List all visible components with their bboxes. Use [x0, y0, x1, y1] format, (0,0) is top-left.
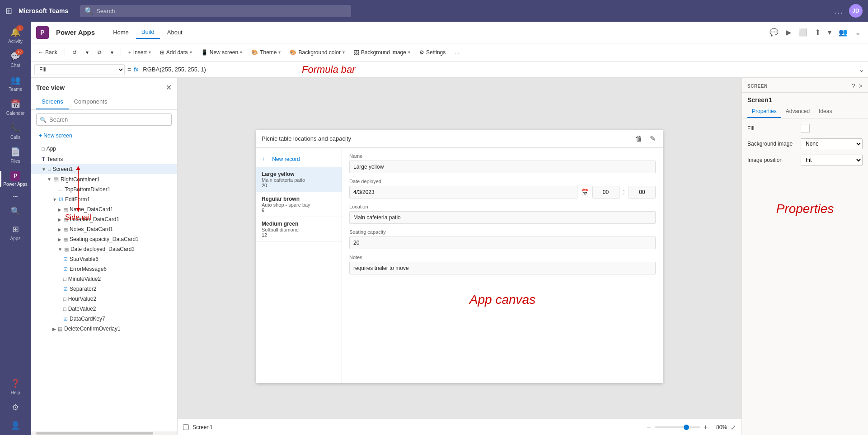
- tree-item-datacardkey[interactable]: ☑ DataCardKey7: [31, 314, 177, 324]
- tree-item-teams[interactable]: T Teams: [31, 154, 177, 164]
- teams-search-input[interactable]: [96, 8, 347, 14]
- new-screen-button[interactable]: 📱 New screen ▾: [197, 47, 246, 57]
- sidenav-item-search[interactable]: 🔍: [0, 203, 31, 221]
- canvas-list-item-0[interactable]: Large yellow Main cafeteria patio 20: [256, 167, 342, 192]
- sidenav-item-files[interactable]: 📄 Files: [0, 143, 31, 167]
- sidenav-item-help[interactable]: ❓ Help: [9, 375, 22, 399]
- tree-item-datevalue[interactable]: □ DateValue2: [31, 304, 177, 314]
- teams-search-box[interactable]: 🔍: [80, 5, 351, 17]
- tree-tab-components[interactable]: Components: [69, 95, 113, 109]
- new-record-button[interactable]: + + New record: [256, 151, 342, 167]
- expand-header-icon[interactable]: ⌄: [853, 26, 863, 38]
- tree-item-app[interactable]: □ App: [31, 144, 177, 154]
- new-screen-tree-button[interactable]: + New screen: [36, 131, 75, 140]
- tree-item-rightcontainer[interactable]: ▼ ▤ RightContainer1: [31, 174, 177, 184]
- tree-item-screen1[interactable]: ▼ □ Screen1 •••: [31, 164, 177, 174]
- bg-color-button[interactable]: 🎨 Background color ▾: [286, 47, 348, 57]
- canvas-list-item-1[interactable]: Regular brown Auto shop - spare bay 6: [256, 192, 342, 217]
- tree-item-date-datacard[interactable]: ▼ ▤ Date deployed_DataCard3: [31, 244, 177, 254]
- form-input-location[interactable]: Main cafeteria patio: [349, 211, 656, 224]
- topbar-more-icon[interactable]: ...: [834, 6, 844, 16]
- bg-image-button[interactable]: 🖼 Background image ▾: [350, 47, 414, 57]
- tree-tab-screens[interactable]: Screens: [36, 95, 69, 109]
- tree-item-hourvalue[interactable]: □ HourValue2: [31, 294, 177, 304]
- tree-item-errormessage[interactable]: ☑ ErrorMessage6: [31, 264, 177, 274]
- user-avatar[interactable]: JD: [849, 4, 863, 18]
- sidenav-item-chat[interactable]: 💬 12 Chat: [0, 47, 31, 71]
- tree-item-topbottomdivider[interactable]: ▶ — TopBottomDivider1: [31, 184, 177, 194]
- insert-button[interactable]: + Insert ▾: [125, 47, 155, 57]
- horizontal-scrollbar[interactable]: [36, 432, 153, 435]
- copy-chevron-button[interactable]: ▾: [107, 47, 117, 57]
- nav-about[interactable]: About: [162, 26, 188, 38]
- zoom-minus-button[interactable]: −: [647, 423, 651, 431]
- zoom-thumb[interactable]: [684, 425, 689, 430]
- tree-item-editform[interactable]: ▼ ☑ EditForm1: [31, 194, 177, 204]
- tree-item-notes-datacard[interactable]: ▶ ▤ Notes_DataCard1: [31, 224, 177, 234]
- fill-color-swatch[interactable]: [801, 124, 810, 133]
- form-input-seating[interactable]: 20: [349, 236, 656, 249]
- form-date-input[interactable]: 4/3/2023: [349, 186, 577, 199]
- back-button[interactable]: ← Back: [34, 47, 61, 57]
- canvas-list-item-2[interactable]: Medium green Softball diamond 12: [256, 217, 342, 242]
- copy-button[interactable]: ⧉: [94, 47, 105, 57]
- undo-chevron-button[interactable]: ▾: [82, 47, 92, 57]
- tree-item-deleteoverlay[interactable]: ▶ ▤ DeleteConfirmOverlay1: [31, 324, 177, 334]
- props-tab-ideas[interactable]: Ideas: [814, 105, 836, 118]
- zoom-expand-icon[interactable]: ⤢: [731, 424, 736, 431]
- share-header-icon[interactable]: ⬆: [813, 26, 822, 38]
- formula-property-select[interactable]: Fill: [34, 64, 125, 75]
- nav-build[interactable]: Build: [136, 26, 160, 39]
- form-hour-input[interactable]: 00: [592, 186, 619, 199]
- tree-item-seating-datacard[interactable]: ▶ ▤ Seating capacity_DataCard1: [31, 234, 177, 244]
- sidenav-item-settings[interactable]: ⚙: [9, 399, 22, 417]
- sidenav-item-calendar[interactable]: 📅 Calendar: [0, 95, 31, 119]
- settings-button[interactable]: ⚙ Settings: [416, 47, 449, 57]
- preview-header-icon[interactable]: ⬜: [797, 26, 809, 38]
- collab-header-icon[interactable]: 👥: [837, 26, 849, 38]
- calendar-field-icon[interactable]: 📅: [581, 189, 589, 196]
- tree-close-icon[interactable]: ✕: [166, 83, 172, 92]
- canvas-edit-icon[interactable]: ✎: [648, 132, 657, 145]
- props-tab-advanced[interactable]: Advanced: [781, 105, 814, 118]
- chevron-header-icon[interactable]: ▾: [826, 26, 833, 38]
- bg-image-select[interactable]: None: [801, 138, 863, 149]
- sidenav-item-powerapps[interactable]: P Power Apps: [0, 167, 31, 190]
- grid-icon[interactable]: ⊞: [5, 6, 12, 16]
- form-minute-input[interactable]: 00: [629, 186, 656, 199]
- tree-item-minutevalue[interactable]: □ MinuteValue2: [31, 274, 177, 284]
- zoom-plus-button[interactable]: +: [704, 423, 708, 431]
- props-expand-icon[interactable]: >: [859, 82, 863, 90]
- app-rect-icon: □: [42, 146, 45, 151]
- tree-item-name-datacard[interactable]: ▶ ▤ Name_DataCard1: [31, 204, 177, 214]
- formula-expand-icon[interactable]: ⌄: [859, 65, 864, 74]
- props-help-icon[interactable]: ?: [852, 82, 855, 90]
- sidenav-item-calls[interactable]: 📞 Calls: [0, 119, 31, 143]
- formula-input[interactable]: [143, 66, 856, 73]
- undo-button[interactable]: ↺: [69, 47, 80, 57]
- chat-header-icon[interactable]: 💬: [768, 26, 780, 38]
- theme-button[interactable]: 🎨 Theme ▾: [248, 47, 284, 57]
- props-tab-properties[interactable]: Properties: [747, 105, 781, 118]
- canvas-delete-icon[interactable]: 🗑: [633, 133, 644, 145]
- screen-checkbox[interactable]: [183, 424, 189, 430]
- sidenav-item-activity[interactable]: 🔔 1 Activity: [0, 24, 31, 47]
- play-header-icon[interactable]: ▶: [784, 26, 793, 38]
- sidenav-item-user[interactable]: 👤: [9, 417, 22, 435]
- nav-home[interactable]: Home: [108, 26, 134, 38]
- tree-item-location-datacard[interactable]: ▶ ▤ Location_DataCard1: [31, 214, 177, 224]
- formula-fx-icon[interactable]: fx: [134, 66, 138, 73]
- sidenav-item-apps[interactable]: ⊞ Apps: [0, 221, 31, 245]
- zoom-slider[interactable]: [655, 426, 700, 428]
- toolbar-more-button[interactable]: ...: [451, 47, 463, 57]
- sidenav-item-teams[interactable]: 👥 Teams: [0, 71, 31, 95]
- form-input-name[interactable]: Large yellow: [349, 161, 656, 173]
- form-input-notes[interactable]: requires trailer to move: [349, 262, 656, 274]
- add-data-button[interactable]: ⊞ Add data ▾: [156, 47, 196, 57]
- tree-item-starvisible[interactable]: ☑ StarVisible6: [31, 254, 177, 264]
- image-position-select[interactable]: Fit: [801, 155, 863, 165]
- tree-search-input[interactable]: [36, 113, 172, 126]
- tree-item-separator[interactable]: ☑ Separator2: [31, 284, 177, 294]
- tree-scroll-area[interactable]: [31, 431, 177, 435]
- sidenav-item-more[interactable]: •••: [0, 190, 31, 203]
